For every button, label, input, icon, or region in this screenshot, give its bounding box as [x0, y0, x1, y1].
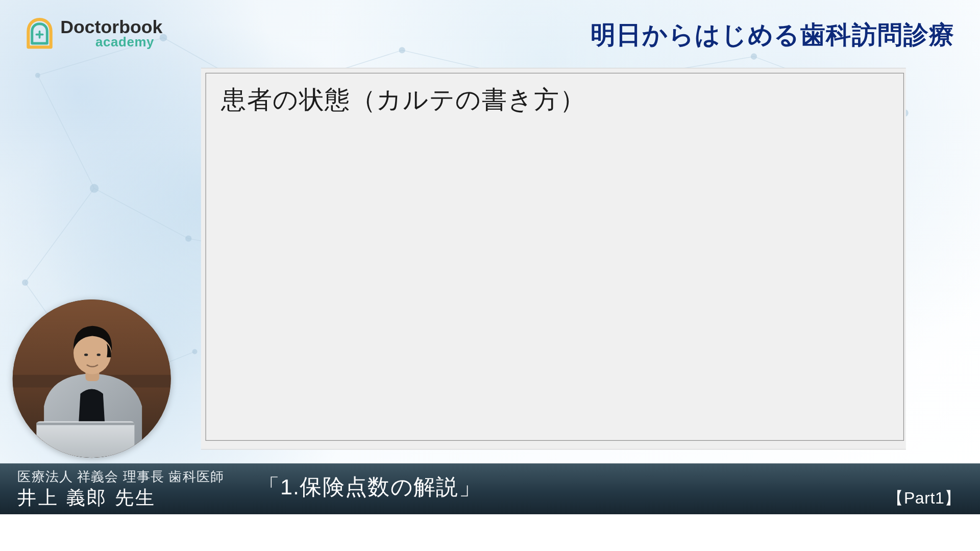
svg-point-21	[399, 47, 405, 53]
svg-line-2	[38, 76, 94, 189]
svg-line-3	[25, 188, 94, 283]
brand-logo: Doctorbook academy	[25, 17, 162, 49]
slide-panel: 患者の状態（カルテの書き方）	[201, 68, 906, 449]
slide-heading: 患者の状態（カルテの書き方）	[221, 82, 888, 117]
svg-point-20	[185, 236, 191, 242]
caption-bar: 医療法人 祥義会 理事長 歯科医師 井上 義郎 先生 「1.保険点数の解説」 【…	[0, 463, 980, 514]
slide-content: 患者の状態（カルテの書き方）	[205, 73, 904, 441]
svg-point-16	[90, 184, 99, 193]
arch-plus-icon	[25, 18, 54, 49]
part-label: 【Part1】	[887, 487, 961, 509]
course-title: 明日からはじめる歯科訪問診療	[591, 17, 955, 52]
svg-point-34	[84, 354, 88, 356]
logo-text-line2: academy	[60, 35, 162, 49]
svg-point-13	[35, 73, 40, 78]
svg-point-35	[97, 354, 101, 356]
svg-point-17	[22, 280, 28, 286]
presenter-name: 井上 義郎 先生	[17, 486, 251, 509]
logo-text-line1: Doctorbook	[60, 17, 162, 36]
svg-point-23	[751, 54, 757, 60]
presenter-thumbnail	[13, 299, 171, 458]
presenter-affiliation: 医療法人 祥義会 理事長 歯科医師	[17, 468, 251, 485]
section-title: 「1.保険点数の解説」	[258, 472, 481, 502]
svg-rect-36	[36, 422, 134, 425]
svg-point-19	[192, 349, 198, 354]
svg-line-4	[94, 188, 189, 238]
